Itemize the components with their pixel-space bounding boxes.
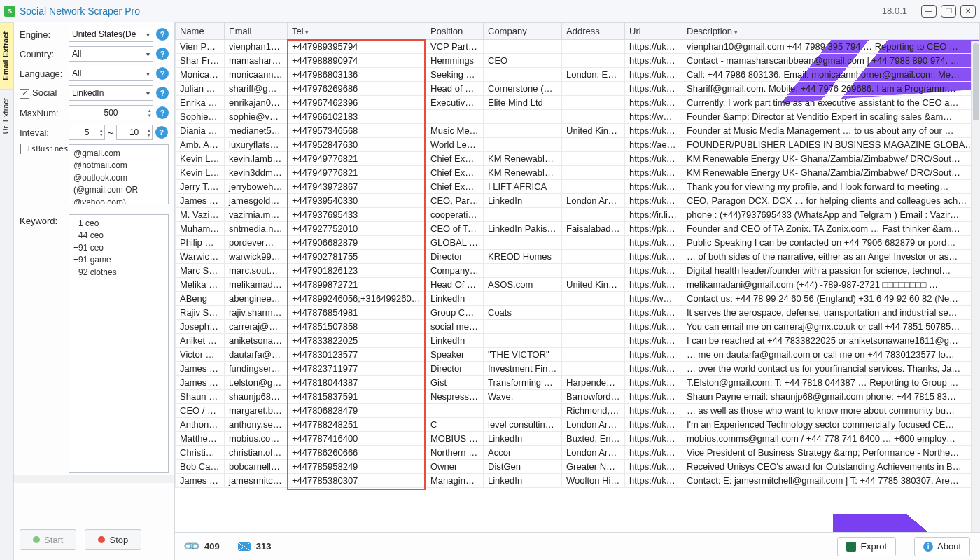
table-row[interactable]: Melika I…melikamad…+447899872721Head Of … — [176, 278, 980, 292]
table-row[interactable]: Anthony…anthony.set…+447788248251Clevel … — [176, 418, 980, 432]
cell-comp — [484, 320, 562, 334]
table-row[interactable]: Diania El…medianet5…+447957346568Music M… — [176, 124, 980, 138]
help-icon[interactable]: ? — [156, 28, 169, 41]
table-row[interactable]: Julian S…shariff@gm…+447976269686Head of… — [176, 82, 980, 96]
table-row[interactable]: Christia…christian.ol…+447786260666North… — [176, 446, 980, 460]
stop-button[interactable]: Stop — [85, 529, 141, 550]
table-row[interactable]: Muham…sntmedia.n…+447927752010CEO of TA…… — [176, 222, 980, 236]
table-row[interactable]: Aniket S…aniketsona…+447833822025LinkedI… — [176, 334, 980, 348]
cell-pos: CEO, Para… — [426, 194, 484, 208]
table-row[interactable]: Joseph …carreraj@g…+447851507858social m… — [176, 320, 980, 334]
cell-comp: Transforming S… — [484, 376, 562, 390]
cell-name: Monica … — [176, 68, 225, 82]
help-icon[interactable]: ? — [156, 106, 169, 119]
table-row[interactable]: Warwick…warwick99…+447902781755DirectorK… — [176, 250, 980, 264]
cell-pos: VCP Partn… — [426, 40, 484, 54]
grid-v-scrollbar[interactable] — [971, 41, 980, 532]
cell-name: Kevin La… — [176, 152, 225, 166]
cell-comp — [484, 40, 562, 54]
cell-name: Marc So… — [176, 264, 225, 278]
cell-comp: Elite Mind Ltd — [484, 96, 562, 110]
table-row[interactable]: M. Vazir…vazirnia.m…+447937695433coopera… — [176, 208, 980, 222]
help-icon[interactable]: ? — [155, 126, 168, 139]
cell-email: shaunjp68… — [225, 390, 288, 404]
table-row[interactable]: Victor D…dautarfa@…+447830123577Speaker"… — [176, 348, 980, 362]
table-row[interactable]: Matthe…mobius.co…+447787416400MOBIUS …Li… — [176, 432, 980, 446]
table-row[interactable]: Jerry T. …jerryboweh…+447943972867Chief … — [176, 180, 980, 194]
cell-addr — [562, 54, 625, 68]
cell-url: https://ww… — [625, 292, 682, 306]
cell-name: Jerry T. … — [176, 180, 225, 194]
cell-addr: United Kin… — [562, 278, 625, 292]
country-combo[interactable]: All — [69, 46, 153, 62]
col-header-email[interactable]: Email — [225, 23, 288, 40]
cell-addr — [562, 82, 625, 96]
table-row[interactable]: Sophie …sophie@ve…+447966102183https://w… — [176, 110, 980, 124]
cell-pos: World Lea… — [426, 138, 484, 152]
table-row[interactable]: Marc So…marc.south…+447901826123Company…… — [176, 264, 980, 278]
table-row[interactable]: Monica …monicaann…+447986803136Seeking n… — [176, 68, 980, 82]
titlebar: S Social Network Scraper Pro 18.0.1 — [0, 0, 980, 22]
cell-desc: KM Renewable Energy UK- Ghana/Zambia/Zim… — [682, 152, 980, 166]
table-row[interactable]: Philip Or…pordever@…+447906682879GLOBAL … — [176, 236, 980, 250]
cell-pos: MOBIUS … — [426, 432, 484, 446]
cell-url: https://uk.l… — [625, 152, 682, 166]
tab-email-extract[interactable]: Email Extract — [0, 22, 13, 89]
panel-h-scrollbar[interactable] — [14, 475, 174, 483]
col-header-address[interactable]: Address — [562, 23, 625, 40]
cell-email: sophie@ve… — [225, 110, 288, 124]
table-row[interactable]: CEO / C…margaret.b…+447806828479Richmond… — [176, 404, 980, 418]
cell-tel: +447818044387 — [288, 376, 426, 390]
mail-icon — [238, 542, 251, 551]
keyword-box[interactable]: +1 ceo +44 ceo +91 ceo +91 game +92 clot… — [69, 214, 169, 473]
cell-addr: Buxted, En… — [562, 432, 625, 446]
country-label: Country: — [20, 49, 69, 59]
table-row[interactable]: Amb. Ad…luxuryflatsa…+447952847630World … — [176, 138, 980, 152]
col-header-description[interactable]: Description — [682, 23, 980, 40]
help-icon[interactable]: ? — [156, 87, 169, 99]
about-button[interactable]: iAbout — [914, 537, 970, 556]
social-checkbox[interactable] — [20, 89, 29, 99]
engine-combo[interactable]: United States(De — [69, 27, 153, 42]
col-header-name[interactable]: Name — [176, 23, 225, 40]
table-row[interactable]: Shar Frithmamashars…+447988890974Hemming… — [176, 54, 980, 68]
table-row[interactable]: Kevin La…kevin3ddm…+447949776821Chief Ex… — [176, 166, 980, 180]
table-row[interactable]: Bob Car…bobcarnell…+447785958249OwnerDis… — [176, 460, 980, 474]
table-row[interactable]: Rajiv Sh…rajiv.sharm…+447876854981Group … — [176, 306, 980, 320]
table-row[interactable]: Kevin La…kevin.lamb…+447949776821Chief E… — [176, 152, 980, 166]
col-header-company[interactable]: Company — [484, 23, 562, 40]
cell-url: https://uk.l… — [625, 362, 682, 376]
interval-to-spinner[interactable]: 10 — [116, 125, 153, 140]
table-row[interactable]: Vien Ph…vienphan1…+447989395794VCP Partn… — [176, 40, 980, 54]
table-row[interactable]: James El…t.elston@g…+447818044387GistTra… — [176, 376, 980, 390]
interval-from-spinner[interactable]: 5 — [69, 125, 105, 140]
table-row[interactable]: James G…jamesgoldh…+447939540330CEO, Par… — [176, 194, 980, 208]
cell-desc: vienphan10@gmail.com +44 7989 395 794 … … — [682, 40, 980, 54]
minimize-button[interactable] — [921, 5, 937, 18]
table-row[interactable]: ABengabengineer…+447899246056;+316499260… — [176, 292, 980, 306]
close-button[interactable] — [960, 5, 976, 18]
maximize-button[interactable] — [941, 5, 956, 18]
table-row[interactable]: Enrika Ja…enrikajan05…+447967462396Execu… — [176, 96, 980, 110]
maxnum-spinner[interactable]: 500 — [69, 105, 153, 120]
isbiz-checkbox[interactable] — [20, 144, 21, 154]
table-row[interactable]: Shaun P…shaunjp68…+447815837591Nespress…… — [176, 390, 980, 404]
cell-url: https://uk.l… — [625, 96, 682, 110]
table-row[interactable]: James …jamesrmitc…+447785380307Managing…… — [176, 474, 980, 488]
col-header-url[interactable]: Url — [625, 23, 682, 40]
col-header-tel[interactable]: Tel — [288, 23, 426, 40]
tab-url-extract[interactable]: Url Extract — [0, 89, 13, 142]
social-combo[interactable]: LinkedIn — [69, 85, 153, 101]
export-button[interactable]: Exprot — [837, 537, 896, 556]
start-button[interactable]: Start — [20, 529, 76, 550]
col-header-position[interactable]: Position — [426, 23, 484, 40]
cell-pos: LinkedIn — [426, 292, 484, 306]
help-icon[interactable]: ? — [156, 48, 169, 60]
cell-email: jamesgoldh… — [225, 194, 288, 208]
side-tabs: Email Extract Url Extract — [0, 22, 14, 560]
language-combo[interactable]: All — [69, 66, 153, 81]
domain-hints-box[interactable]: @gmail.com @hotmail.com @outlook.com (@g… — [69, 144, 169, 204]
cell-pos: CEO of TA… — [426, 222, 484, 236]
help-icon[interactable]: ? — [156, 67, 169, 80]
table-row[interactable]: James Fi…fundingser…+447823711977Directo… — [176, 362, 980, 376]
